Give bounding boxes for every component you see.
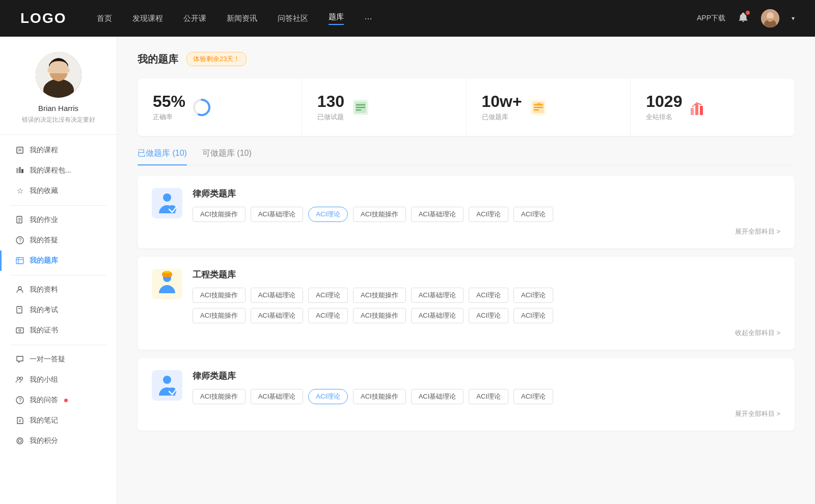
sidebar-item-my-notes[interactable]: 我的笔记 <box>0 410 117 431</box>
chat-icon <box>15 355 24 364</box>
profile-name: Brian Harris <box>38 104 78 113</box>
bank-tag[interactable]: ACI理论 <box>513 207 553 222</box>
nav-open-course[interactable]: 公开课 <box>183 14 206 23</box>
bank-tag-active[interactable]: ACI理论 <box>308 389 348 404</box>
svg-rect-22 <box>17 306 22 313</box>
sidebar-item-my-points[interactable]: 我的积分 <box>0 431 117 451</box>
nav-discover[interactable]: 发现课程 <box>132 14 163 23</box>
sidebar-item-my-profile[interactable]: 我的资料 <box>0 279 117 300</box>
notification-bell[interactable] <box>738 12 749 25</box>
bank-name-lawyer-2: 律师类题库 <box>193 370 780 382</box>
bank-tag[interactable]: ACI基础理论 <box>251 288 304 303</box>
bank-tag[interactable]: ACI基础理论 <box>411 389 464 404</box>
qa-circle-icon: ? <box>15 236 24 245</box>
rank-icon <box>689 98 708 117</box>
app-download-button[interactable]: APP下载 <box>697 14 725 23</box>
main-content: 我的题库 体验剩余23天！ 55% 正确率 130 <box>117 37 815 504</box>
star-icon: ☆ <box>15 186 24 195</box>
accuracy-value: 55% <box>153 93 185 110</box>
nav-more[interactable]: ··· <box>364 13 372 24</box>
sidebar-label-my-points: 我的积分 <box>30 436 58 445</box>
bank-tag[interactable]: ACI理论 <box>469 288 508 303</box>
sidebar-item-my-course[interactable]: 我的课程 <box>0 140 117 160</box>
bank-tag[interactable]: ACI基础理论 <box>251 207 304 222</box>
svg-text:?: ? <box>19 398 22 403</box>
bank-tag[interactable]: ACI理论 <box>469 389 508 404</box>
svg-rect-54 <box>164 271 170 273</box>
stat-done-questions: 130 已做试题 <box>302 78 467 136</box>
bank-tag[interactable]: ACI技能操作 <box>353 288 406 303</box>
course-package-icon <box>15 166 24 175</box>
avatar[interactable] <box>761 9 779 27</box>
bank-card-engineer: 工程类题库 ACI技能操作 ACI基础理论 ACI理论 ACI技能操作 ACI基… <box>138 257 795 350</box>
tab-available-banks[interactable]: 可做题库 (10) <box>202 148 252 165</box>
bank-tag[interactable]: ACI技能操作 <box>193 308 246 323</box>
bank-tag[interactable]: ACI技能操作 <box>353 389 406 404</box>
nav-qa[interactable]: 问答社区 <box>278 14 308 23</box>
svg-point-27 <box>20 377 23 380</box>
bank-tag[interactable]: ACI技能操作 <box>353 207 406 222</box>
bank-tag[interactable]: ACI理论 <box>308 308 348 323</box>
sidebar-label-homework: 我的作业 <box>30 215 58 225</box>
points-icon <box>15 436 24 445</box>
bank-tag[interactable]: ACI理论 <box>513 308 553 323</box>
sidebar-label-1on1-qa: 一对一答疑 <box>30 355 65 364</box>
svg-point-21 <box>18 287 21 290</box>
profile-section: Brian Harris 错误的决定比没有决定要好 <box>0 52 117 135</box>
nav-home[interactable]: 首页 <box>97 14 112 23</box>
svg-point-33 <box>18 439 21 442</box>
sidebar-item-my-cert[interactable]: 我的证书 <box>0 320 117 341</box>
collapse-link-engineer[interactable]: 收起全部科目 > <box>193 328 780 338</box>
bank-tag-active[interactable]: ACI理论 <box>308 207 348 222</box>
user-menu-chevron[interactable]: ▾ <box>792 15 795 22</box>
exam-icon <box>15 305 24 315</box>
bank-tag[interactable]: ACI理论 <box>308 288 348 303</box>
stat-rank: 1029 全站排名 <box>631 78 795 136</box>
tab-done-banks[interactable]: 已做题库 (10) <box>138 148 187 165</box>
bank-tag[interactable]: ACI技能操作 <box>193 207 246 222</box>
bank-tags-engineer-row1: ACI技能操作 ACI基础理论 ACI理论 ACI技能操作 ACI基础理论 AC… <box>193 288 780 303</box>
sidebar-label-my-course: 我的课程 <box>30 146 58 155</box>
course-icon <box>15 146 24 155</box>
nav-question-bank[interactable]: 题库 <box>329 12 344 25</box>
bank-tag[interactable]: ACI基础理论 <box>251 389 304 404</box>
sidebar-item-homework[interactable]: 我的作业 <box>0 210 117 230</box>
bank-tag[interactable]: ACI理论 <box>469 207 508 222</box>
svg-rect-48 <box>695 104 698 115</box>
bank-tag[interactable]: ACI基础理论 <box>411 308 464 323</box>
bank-tag[interactable]: ACI技能操作 <box>193 389 246 404</box>
sidebar-item-favorites[interactable]: ☆ 我的收藏 <box>0 181 117 201</box>
bank-tags-lawyer-2: ACI技能操作 ACI基础理论 ACI理论 ACI技能操作 ACI基础理论 AC… <box>193 389 780 404</box>
sidebar-item-my-question[interactable]: ? 我的问答 <box>0 390 117 410</box>
sidebar-item-my-qa[interactable]: ? 我的答疑 <box>0 230 117 250</box>
bank-icon-lawyer-1 <box>152 188 182 218</box>
sidebar-label-my-cert: 我的证书 <box>30 326 58 335</box>
svg-rect-11 <box>21 169 23 173</box>
expand-link-lawyer-1[interactable]: 展开全部科目 > <box>193 227 780 236</box>
logo[interactable]: LOGO <box>20 10 66 26</box>
sidebar-item-my-exam[interactable]: 我的考试 <box>0 300 117 320</box>
sidebar-item-1on1-qa[interactable]: 一对一答疑 <box>0 349 117 370</box>
nav-news[interactable]: 新闻资讯 <box>227 14 257 23</box>
bank-tag[interactable]: ACI技能操作 <box>193 288 246 303</box>
layout: Brian Harris 错误的决定比没有决定要好 我的课程 我的课程包... … <box>0 37 815 504</box>
sidebar-item-my-bank[interactable]: 我的题库 <box>0 250 117 271</box>
bank-tag[interactable]: ACI基础理论 <box>411 207 464 222</box>
header-right: APP下载 ▾ <box>697 9 795 27</box>
sidebar-label-my-profile: 我的资料 <box>30 285 58 294</box>
bank-tag[interactable]: ACI技能操作 <box>353 308 406 323</box>
profile-avatar[interactable] <box>36 52 82 98</box>
expand-link-lawyer-2[interactable]: 展开全部科目 > <box>193 409 780 418</box>
bank-tag[interactable]: ACI理论 <box>469 308 508 323</box>
sidebar-item-my-group[interactable]: 我的小组 <box>0 370 117 390</box>
rank-value: 1029 <box>646 93 682 110</box>
bank-tag[interactable]: ACI基础理论 <box>251 308 304 323</box>
sidebar-item-course-package[interactable]: 我的课程包... <box>0 160 117 181</box>
sidebar-label-my-question: 我的问答 <box>30 396 58 405</box>
bank-tag[interactable]: ACI理论 <box>513 288 553 303</box>
trial-badge: 体验剩余23天！ <box>186 52 247 66</box>
bank-tag[interactable]: ACI基础理论 <box>411 288 464 303</box>
bank-tag[interactable]: ACI理论 <box>513 389 553 404</box>
svg-rect-46 <box>537 103 541 105</box>
svg-point-26 <box>17 377 20 380</box>
